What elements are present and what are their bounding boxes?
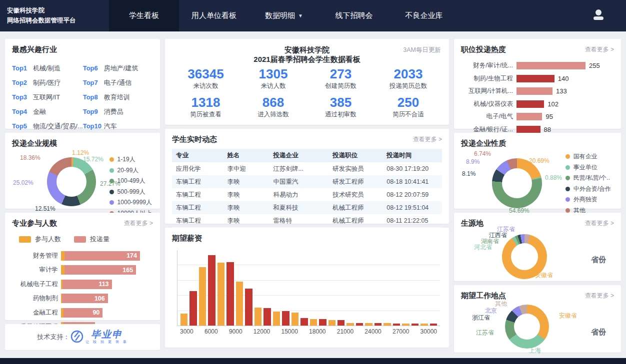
bar-value: 102 xyxy=(548,100,558,108)
panel-title: 专业参与人数 xyxy=(12,219,57,228)
stat-value: 1305 xyxy=(240,67,307,81)
legend-item[interactable]: 1-19人 xyxy=(110,155,152,164)
legend-item[interactable]: 中外合资/合作 xyxy=(566,185,611,193)
x-axis-label xyxy=(220,328,222,335)
table-row: 车辆工程李映雷格特机械工程师08-11 21:22:05 xyxy=(172,214,442,227)
table-cell: 机械工程师 xyxy=(328,201,382,214)
see-more-link[interactable]: 查看更多 > xyxy=(585,292,614,300)
legend-item[interactable]: 民营/私营/个.. xyxy=(566,174,611,182)
donut-slice-label: 其他 xyxy=(495,300,507,308)
legend-dot-icon xyxy=(110,157,114,162)
histogram-bar xyxy=(402,324,409,326)
tab-data-detail[interactable]: 数据明细▼ xyxy=(249,0,319,31)
legend-swatch-icon xyxy=(74,236,86,243)
industry-rank-label: Top1 xyxy=(12,64,33,72)
stat-value: 1318 xyxy=(172,96,240,109)
bar-value: 140 xyxy=(558,75,569,82)
stat-cell: 868进入筛选数 xyxy=(240,96,307,119)
heat-bar xyxy=(516,75,554,82)
legend-item[interactable]: 20-99人 xyxy=(110,166,152,175)
legend-item[interactable]: 事业单位 xyxy=(566,163,611,172)
see-more-link[interactable]: 查看更多 > xyxy=(124,219,153,228)
histogram-bar xyxy=(180,314,188,326)
legend-dot-icon xyxy=(110,179,114,183)
see-more-link[interactable]: 查看更多 > xyxy=(585,45,614,54)
bar-category-label: 审计学 xyxy=(12,266,58,274)
deliveries-segment: 106 xyxy=(62,294,108,303)
table-cell: 江苏剑牌... xyxy=(269,162,328,175)
industry-rank-item: Top3互联网/IT xyxy=(12,90,83,104)
bar-category-label: 机械/仪器仪表 xyxy=(461,100,513,108)
deliveries-segment: 113 xyxy=(62,280,112,289)
tab-employer-dashboard[interactable]: 用人单位看板 xyxy=(179,0,249,31)
legend-item[interactable]: 1000-9999人 xyxy=(110,198,152,207)
donut-slice-label: 1.12% xyxy=(72,149,89,156)
x-axis-label xyxy=(384,328,386,335)
donut-hole xyxy=(514,314,540,340)
histogram-bar xyxy=(199,267,206,326)
deliveries-segment: 165 xyxy=(64,265,136,275)
donut-slice-label: 20.69% xyxy=(529,157,550,164)
legend-item[interactable]: 国有企业 xyxy=(566,152,611,161)
company-size-donut-chart: 1.12%15.72%27.27%12.51%25.02%18.36% 1-19… xyxy=(12,149,153,212)
legend-item[interactable]: 投递量 xyxy=(74,235,110,244)
donut-slice-label: 0.88% xyxy=(545,174,562,181)
legend-label: 1000-9999人 xyxy=(118,198,152,207)
table-cell: 李中迎 xyxy=(224,162,270,175)
legend-dot-icon xyxy=(566,187,570,191)
x-axis-label: 3000 xyxy=(180,328,194,335)
dashboard-page: 安徽科技学院 网络招聘会数据管理平台 学生看板用人单位看板数据明细▼线下招聘会不… xyxy=(0,0,626,364)
stacked-bar-row: 财务管理174 xyxy=(12,249,153,263)
x-axis-label xyxy=(244,328,247,335)
legend-dot-icon xyxy=(110,168,114,173)
tech-support-label: 技术支持： xyxy=(37,333,70,342)
table-cell: 李映 xyxy=(224,214,270,227)
legend-item[interactable]: 参与人数 xyxy=(19,235,61,244)
legend-item[interactable]: 100-499人 xyxy=(110,177,152,185)
stat-label: 简历被查看 xyxy=(172,110,240,119)
x-axis-label xyxy=(356,328,358,335)
table-cell: 应用化学 xyxy=(172,162,224,175)
dashboard-title-line2: 2021届春季招聘会学生数据看板 xyxy=(172,54,442,64)
tab-bad-company-library[interactable]: 不良企业库 xyxy=(389,0,459,31)
panel-position-heat: 职位投递热度 查看更多 > 财务/审计/统...255制药/生物工程140互联网… xyxy=(454,39,621,129)
table-cell: 研发工程师 xyxy=(328,175,382,188)
table-header-cell: 专业 xyxy=(172,149,224,162)
legend-item[interactable]: 500-999人 xyxy=(110,188,152,196)
legend-dot-icon xyxy=(566,176,570,180)
legend-dot-icon xyxy=(110,190,114,194)
donut-slice-label: 上海 xyxy=(529,347,541,355)
industry-rank-item: Top8教育培训 xyxy=(83,90,153,104)
tab-student-dashboard[interactable]: 学生看板 xyxy=(109,0,179,31)
nav-right xyxy=(592,8,626,23)
industry-rank-label: Top7 xyxy=(83,79,104,86)
legend-item[interactable]: 外商独资 xyxy=(566,195,611,204)
panel-major-participation: 专业参与人数 查看更多 > 参与人数投递量 财务管理174审计学165机械电子工… xyxy=(5,213,160,320)
user-account-icon[interactable] xyxy=(592,8,605,21)
donut-slice-label: 8.1% xyxy=(462,170,476,177)
bar-category-label: 制药/生物工程 xyxy=(461,74,513,83)
stat-cell: 1318简历被查看 xyxy=(172,96,240,119)
stacked-bar: 174 xyxy=(61,251,140,261)
histogram-bar xyxy=(218,263,224,326)
bar-row: 制药/生物工程140 xyxy=(461,74,614,83)
tab-label: 用人单位看板 xyxy=(192,11,236,20)
histogram-bar xyxy=(346,323,354,326)
industry-rank-item: Top5物流/交通/贸易/... xyxy=(12,119,83,133)
tab-offline-job-fair[interactable]: 线下招聘会 xyxy=(319,0,389,31)
histogram-bar xyxy=(292,313,298,326)
table-cell: 08-12 20:07:59 xyxy=(382,188,442,201)
see-more-link[interactable]: 查看更多 > xyxy=(585,219,614,228)
dashboard-title: 安徽科技学院 2021届春季招聘会学生数据看板 xyxy=(172,45,442,64)
see-more-link[interactable]: 查看更多 > xyxy=(413,135,442,144)
stat-value: 273 xyxy=(307,67,374,81)
stacked-bar-row: 药物制剂106 xyxy=(12,292,153,306)
industry-rank-label: Top6 xyxy=(83,64,104,72)
bar-category-label: 互联网/计算机... xyxy=(461,87,513,95)
stat-label: 来访人数 xyxy=(240,82,307,90)
x-axis-label xyxy=(249,328,252,335)
panel-title: 学生实时动态 xyxy=(172,135,217,144)
table-cell: 机械工程师 xyxy=(328,214,382,227)
panel-origin: 生源地 查看更多 > 安徽省河北省湖南省江西省江苏省 省份 xyxy=(454,213,621,281)
industry-rank-label: Top2 xyxy=(12,79,33,86)
